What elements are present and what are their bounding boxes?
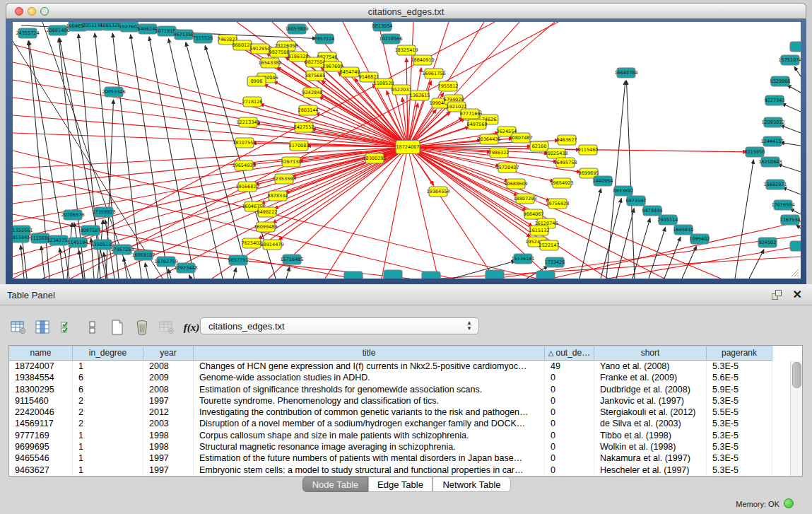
graph-node[interactable]: 15136141 bbox=[511, 254, 534, 264]
graph-node[interactable]: 9329966 bbox=[770, 76, 791, 86]
table-cell[interactable]: Tibbo et al. (1998) bbox=[594, 430, 707, 441]
table-cell[interactable]: 18724007 bbox=[9, 361, 73, 372]
table-source-dropdown[interactable]: citations_edges.txt ▲▼ bbox=[200, 317, 479, 334]
graph-node[interactable]: 12923448 bbox=[174, 263, 197, 273]
graph-node[interactable]: 8215958 bbox=[745, 147, 765, 157]
graph-node[interactable] bbox=[384, 270, 402, 279]
graph-node[interactable]: 2935114 bbox=[658, 215, 678, 225]
graph-node[interactable]: 1733426 bbox=[545, 257, 565, 267]
graph-node[interactable]: 18300295 bbox=[363, 153, 386, 163]
table-cell[interactable]: 1 bbox=[73, 430, 143, 441]
table-cell[interactable]: 9115460 bbox=[9, 395, 73, 407]
graph-node[interactable]: 9242848 bbox=[302, 88, 323, 98]
graph-node[interactable]: 1695810 bbox=[673, 225, 694, 235]
graph-node[interactable]: 17016504 bbox=[771, 200, 794, 210]
graph-node[interactable]: 3875685 bbox=[305, 71, 326, 81]
column-header-in_degree[interactable]: in_degree bbox=[73, 346, 143, 361]
graph-node[interactable]: 3170083 bbox=[289, 141, 310, 151]
graph-node[interactable]: 3267130 bbox=[281, 157, 302, 167]
table-cell[interactable]: 2 bbox=[73, 395, 143, 407]
table-cell[interactable]: Estimation of the future numbers of pati… bbox=[194, 452, 545, 464]
column-header-out_de[interactable]: △out_de… bbox=[545, 346, 594, 361]
graph-node[interactable]: 19166822 bbox=[235, 182, 259, 192]
row-height-icon[interactable] bbox=[84, 320, 101, 335]
graph-edge[interactable] bbox=[13, 147, 408, 204]
table-cell[interactable]: Estimation of significance thresholds fo… bbox=[194, 384, 545, 395]
graph-node[interactable]: 16099489 bbox=[254, 222, 277, 232]
graph-edge[interactable] bbox=[782, 103, 801, 112]
graph-node[interactable]: 16053809 bbox=[285, 24, 308, 34]
tab-network-table[interactable]: Network Table bbox=[433, 477, 511, 492]
graph-edge[interactable] bbox=[780, 125, 801, 133]
graph-node[interactable]: 1440954 bbox=[593, 176, 613, 186]
graph-node[interactable] bbox=[790, 241, 801, 251]
graph-edge[interactable] bbox=[382, 147, 408, 279]
table-cell[interactable]: 6 bbox=[73, 384, 143, 395]
graph-edge[interactable] bbox=[13, 45, 408, 147]
graph-edge[interactable] bbox=[408, 147, 438, 279]
table-cell[interactable]: Genome-wide association studies in ADHD. bbox=[194, 372, 545, 383]
table-cell[interactable]: 6 bbox=[73, 372, 143, 383]
graph-node[interactable]: 9227343 bbox=[765, 95, 785, 105]
table-cell[interactable]: 1997 bbox=[143, 395, 194, 407]
graph-edge[interactable] bbox=[777, 164, 801, 172]
graph-node[interactable]: 9827508 bbox=[269, 47, 290, 57]
vertical-scrollbar[interactable] bbox=[790, 361, 802, 476]
graph-node[interactable]: 19756928 bbox=[546, 199, 569, 209]
graph-node[interactable]: 1527602 bbox=[119, 22, 140, 32]
graph-edge[interactable] bbox=[233, 268, 236, 279]
graph-node[interactable]: 18914479 bbox=[260, 240, 283, 250]
resize-grip-icon[interactable] bbox=[791, 269, 799, 277]
table-cell[interactable]: 0 bbox=[545, 441, 594, 452]
tab-node-table[interactable]: Node Table bbox=[302, 477, 368, 492]
graph-node[interactable]: 9115460 bbox=[578, 145, 599, 155]
graph-node[interactable]: 7515526 bbox=[193, 33, 213, 43]
table-cell[interactable]: 0 bbox=[545, 395, 594, 407]
show-columns-icon[interactable] bbox=[35, 320, 52, 335]
table-cell[interactable]: Wolkin et al. (1998) bbox=[594, 441, 707, 452]
table-cell[interactable]: 1998 bbox=[143, 430, 194, 441]
graph-node[interactable] bbox=[790, 42, 801, 52]
graph-edge[interactable] bbox=[626, 81, 635, 279]
function-builder-icon[interactable]: f(x) bbox=[183, 320, 200, 335]
graph-node[interactable]: 18325419 bbox=[394, 45, 418, 55]
graph-node[interactable]: 15751074 bbox=[778, 55, 801, 65]
graph-node[interactable]: 4671358 bbox=[174, 30, 194, 40]
graph-node[interactable]: 3915941 bbox=[13, 233, 30, 243]
graph-node[interactable]: 8996 bbox=[247, 76, 266, 86]
graph-node[interactable]: 1615132 bbox=[529, 226, 550, 235]
graph-edge[interactable] bbox=[794, 66, 801, 76]
table-cell[interactable]: Investigating the contribution of common… bbox=[194, 407, 545, 418]
tab-edge-table[interactable]: Edge Table bbox=[368, 477, 433, 492]
graph-edge[interactable] bbox=[149, 37, 194, 279]
table-cell[interactable]: Corpus callosum shape and size in male p… bbox=[194, 430, 545, 441]
table-cell[interactable]: 5.3E-5 bbox=[707, 361, 772, 372]
table-cell[interactable]: 0 bbox=[545, 372, 594, 383]
graph-edge[interactable] bbox=[131, 35, 168, 279]
graph-node[interactable]: 10688609 bbox=[504, 179, 527, 189]
graph-node[interactable]: 12093832 bbox=[761, 117, 784, 127]
create-column-icon[interactable] bbox=[109, 320, 126, 335]
table-cell[interactable]: 1 bbox=[73, 361, 143, 372]
graph-node[interactable]: 1095402 bbox=[690, 234, 710, 244]
graph-node[interactable]: 17359928 bbox=[92, 207, 115, 217]
graph-node[interactable]: 2803144 bbox=[298, 105, 319, 115]
table-cell[interactable]: 2 bbox=[73, 418, 143, 429]
table-cell[interactable]: 1 bbox=[73, 441, 143, 452]
graph-node[interactable]: 18724007 bbox=[396, 141, 420, 154]
table-cell[interactable]: 5.3E-5 bbox=[707, 465, 772, 476]
table-cell[interactable]: Yano et al. (2008) bbox=[594, 361, 707, 372]
graph-node[interactable]: 9777169 bbox=[460, 109, 481, 119]
table-cell[interactable]: Nakamura et al. (1997) bbox=[594, 452, 707, 464]
table-cell[interactable]: 9699695 bbox=[9, 441, 73, 452]
graph-node[interactable]: 16648784 bbox=[614, 68, 637, 78]
table-cell[interactable]: 0 bbox=[545, 452, 594, 464]
graph-edge[interactable] bbox=[145, 263, 148, 279]
graph-node[interactable]: 15692971 bbox=[763, 180, 787, 189]
column-header-pagerank[interactable]: pagerank bbox=[707, 346, 772, 361]
table-cell[interactable]: Changes of HCN gene expression and I(f) … bbox=[194, 361, 545, 372]
graph-edge[interactable] bbox=[601, 199, 621, 279]
graph-node[interactable]: 16958107 bbox=[131, 250, 155, 260]
table-cell[interactable]: 0 bbox=[545, 418, 594, 429]
table-cell[interactable]: 5.9E-5 bbox=[707, 384, 772, 395]
